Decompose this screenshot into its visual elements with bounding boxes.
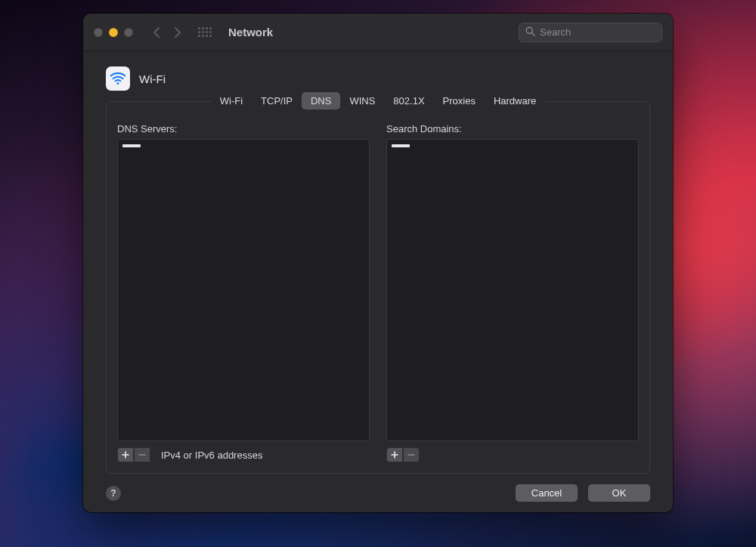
tab-tcpip[interactable]: TCP/IP	[252, 92, 302, 110]
close-window-button[interactable]	[94, 28, 103, 37]
svg-rect-8	[198, 35, 200, 37]
service-header: Wi-Fi	[106, 66, 650, 91]
search-domains-buttons	[386, 447, 639, 462]
svg-rect-0	[198, 27, 200, 29]
svg-point-14	[117, 82, 119, 85]
service-name: Wi-Fi	[139, 73, 166, 85]
content-area: Wi-Fi Wi-Fi TCP/IP DNS WINS 802.1X Proxi…	[83, 51, 673, 512]
forward-button[interactable]	[172, 26, 181, 39]
search-field-wrap[interactable]	[519, 23, 662, 42]
svg-rect-1	[202, 27, 204, 29]
dns-servers-column: DNS Servers: IPv4 or IPv6 addresses	[117, 123, 370, 462]
svg-rect-3	[209, 27, 212, 29]
text-cursor-icon	[122, 144, 141, 147]
dns-servers-label: DNS Servers:	[117, 123, 370, 134]
add-dns-server-button[interactable]	[117, 447, 134, 462]
remove-dns-server-button[interactable]	[134, 447, 150, 462]
traffic-lights	[94, 28, 133, 37]
add-search-domain-button[interactable]	[386, 447, 403, 462]
window-title: Network	[228, 26, 273, 39]
svg-rect-9	[202, 35, 204, 37]
svg-rect-10	[206, 35, 208, 37]
tab-8021x[interactable]: 802.1X	[384, 92, 433, 110]
dns-servers-buttons: IPv4 or IPv6 addresses	[117, 447, 370, 462]
settings-panel: Wi-Fi TCP/IP DNS WINS 802.1X Proxies Har…	[106, 101, 650, 474]
ok-button[interactable]: OK	[588, 484, 650, 502]
svg-rect-11	[209, 35, 212, 37]
svg-rect-4	[198, 31, 200, 33]
tab-bar: Wi-Fi TCP/IP DNS WINS 802.1X Proxies Har…	[117, 92, 639, 110]
preferences-window: Network Wi-Fi Wi-Fi TCP/IP	[83, 14, 673, 512]
tab-dns[interactable]: DNS	[302, 92, 340, 110]
zoom-window-button[interactable]	[124, 28, 133, 37]
svg-rect-5	[202, 31, 204, 33]
search-icon	[525, 26, 535, 39]
minimize-window-button[interactable]	[109, 28, 118, 37]
dns-hint: IPv4 or IPv6 addresses	[161, 450, 262, 461]
back-button[interactable]	[153, 26, 162, 39]
tab-wifi[interactable]: Wi-Fi	[211, 92, 252, 110]
svg-rect-7	[209, 31, 212, 33]
remove-search-domain-button[interactable]	[403, 447, 420, 462]
tab-hardware[interactable]: Hardware	[485, 92, 545, 110]
show-all-button[interactable]	[198, 27, 212, 38]
help-icon: ?	[110, 488, 116, 499]
search-domains-column: Search Domains:	[386, 123, 639, 462]
cancel-button[interactable]: Cancel	[516, 484, 578, 502]
dns-columns: DNS Servers: IPv4 or IPv6 addresses	[117, 123, 639, 462]
search-input[interactable]	[540, 26, 655, 38]
svg-rect-2	[206, 27, 208, 29]
search-domains-label: Search Domains:	[386, 123, 639, 134]
titlebar: Network	[83, 14, 673, 51]
search-domains-list[interactable]	[386, 139, 639, 441]
svg-rect-6	[206, 31, 208, 33]
svg-line-13	[531, 32, 534, 36]
dns-servers-list[interactable]	[117, 139, 370, 441]
tab-proxies[interactable]: Proxies	[434, 92, 485, 110]
wifi-icon	[106, 66, 130, 91]
tab-wins[interactable]: WINS	[340, 92, 384, 110]
text-cursor-icon	[392, 144, 410, 147]
nav-arrows	[153, 26, 181, 39]
help-button[interactable]: ?	[106, 486, 121, 501]
footer: ? Cancel OK	[106, 474, 650, 502]
